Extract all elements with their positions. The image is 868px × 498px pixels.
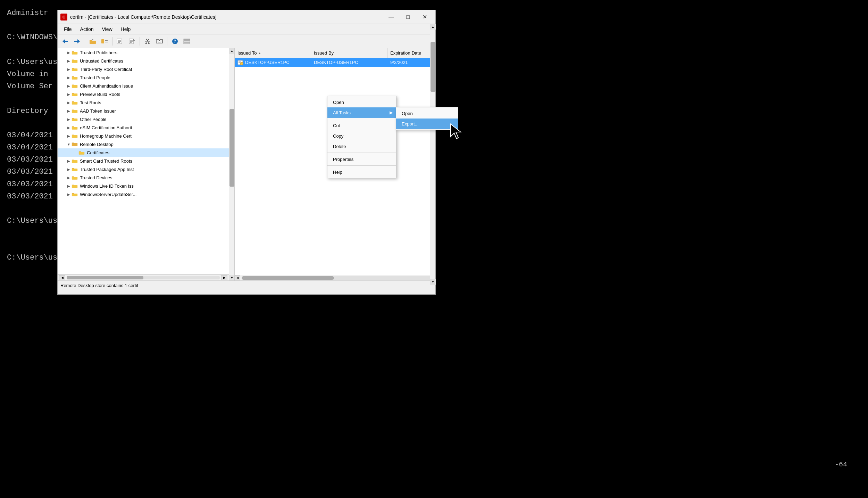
import-button[interactable] xyxy=(154,36,165,46)
issued-by-value: DESKTOP-USER1PC xyxy=(314,60,358,65)
tree-item-client-auth[interactable]: ▶ Client Authentication Issue xyxy=(58,82,234,90)
window-right-scrollbar[interactable]: ▲ ▼ xyxy=(430,24,435,285)
ctx-copy[interactable]: Copy xyxy=(327,131,396,141)
ctx-delete[interactable]: Delete xyxy=(327,141,396,152)
tree-item-remote-desktop[interactable]: ▼ Remote Desktop xyxy=(58,140,234,148)
toolbar-separator-2 xyxy=(112,37,112,46)
submenu-export[interactable]: Export... xyxy=(396,119,458,129)
submenu-label: Open xyxy=(402,111,413,116)
svg-rect-7 xyxy=(101,39,104,43)
app-icon: C xyxy=(60,14,67,21)
svg-rect-37 xyxy=(72,93,77,96)
tree-item-other-people[interactable]: ▶ Other People xyxy=(58,115,234,123)
scroll-left-button[interactable]: ◀ xyxy=(235,275,240,281)
tree-label: Smart Card Trusted Roots xyxy=(80,158,132,164)
horizontal-scrollbar[interactable]: ◀ ▶ xyxy=(235,275,435,280)
menu-file[interactable]: File xyxy=(60,25,75,33)
col-label: Expiration Date xyxy=(390,50,421,56)
svg-marker-6 xyxy=(92,39,94,40)
tree-item-esim[interactable]: ▶ eSIM Certification Authorit xyxy=(58,123,234,132)
maximize-button[interactable]: □ xyxy=(400,11,416,23)
folder-icon xyxy=(72,91,78,97)
tree-item-untrusted[interactable]: ▶ Untrusted Certificates xyxy=(58,57,234,65)
tree-label: Client Authentication Issue xyxy=(80,83,133,89)
minimize-button[interactable]: — xyxy=(383,11,399,23)
expand-arrow: ▶ xyxy=(66,50,72,55)
tree-item-trusted-people[interactable]: ▶ Trusted People xyxy=(58,73,234,82)
back-button[interactable] xyxy=(60,36,71,46)
svg-rect-36 xyxy=(72,85,77,88)
svg-rect-53 xyxy=(239,62,241,63)
menu-action[interactable]: Action xyxy=(77,25,97,33)
cut-button[interactable] xyxy=(142,36,153,46)
expand-arrow: ▶ xyxy=(66,66,72,72)
table-row[interactable]: DESKTOP-USER1PC DESKTOP-USER1PC 9/2/2021… xyxy=(235,58,435,67)
show-scope-button[interactable] xyxy=(99,36,110,46)
menu-view[interactable]: View xyxy=(98,25,116,33)
tree-item-aad-token[interactable]: ▶ AAD Token Issuer xyxy=(58,107,234,115)
properties-button[interactable] xyxy=(126,36,137,46)
tree-item-homegroup[interactable]: ▶ Homegroup Machine Cert xyxy=(58,132,234,140)
tree-scrollbar[interactable]: ▲ ▼ xyxy=(229,48,234,280)
svg-rect-43 xyxy=(72,143,77,146)
tree-item-windows-server[interactable]: ▶ WindowsServerUpdateSer... xyxy=(58,190,234,198)
tree-item-preview-build[interactable]: ▶ Preview Build Roots xyxy=(58,90,234,98)
svg-rect-11 xyxy=(118,40,121,41)
tree-left-button[interactable]: ◀ xyxy=(59,275,65,280)
col-header-issued-to[interactable]: Issued To ▲ xyxy=(235,48,311,58)
expand-arrow: ▶ xyxy=(66,183,72,189)
h-scroll-track[interactable] xyxy=(242,276,435,280)
close-button[interactable]: ✕ xyxy=(417,11,433,23)
menu-help[interactable]: Help xyxy=(117,25,134,33)
tree-item-trusted-devices[interactable]: ▶ Trusted Devices xyxy=(58,173,234,182)
col-header-issued-by[interactable]: Issued By xyxy=(311,48,387,58)
win-scroll-down[interactable]: ▼ xyxy=(430,279,436,285)
tree-right-button[interactable]: ▶ xyxy=(221,275,227,280)
scroll-track[interactable] xyxy=(229,54,234,275)
tree-item-trusted-publishers[interactable]: ▶ Trusted Publishers xyxy=(58,48,234,57)
forward-button[interactable] xyxy=(72,36,83,46)
win-scroll-up[interactable]: ▲ xyxy=(430,24,436,30)
issued-to-value: DESKTOP-USER1PC xyxy=(245,60,290,65)
svg-text:?: ? xyxy=(174,39,176,44)
svg-rect-49 xyxy=(72,194,77,196)
scroll-thumb xyxy=(229,109,234,187)
scroll-up-button[interactable]: ▲ xyxy=(229,48,235,54)
expand-arrow xyxy=(73,150,78,155)
folder-icon xyxy=(72,191,78,197)
tree-item-trusted-packaged[interactable]: ▶ Trusted Packaged App Inst xyxy=(58,165,234,173)
ctx-properties[interactable]: Properties xyxy=(327,154,396,164)
svg-rect-9 xyxy=(105,42,108,42)
submenu-arrow: ▶ xyxy=(390,110,393,115)
tree-item-third-party[interactable]: ▶ Third-Party Root Certificat xyxy=(58,65,234,73)
tree-label: Third-Party Root Certificat xyxy=(80,67,132,72)
tree-label: Certificates xyxy=(87,150,109,155)
svg-rect-41 xyxy=(72,127,77,129)
title-bar: C certlm - [Certificates - Local Compute… xyxy=(58,10,435,24)
tree-label: WindowsServerUpdateSer... xyxy=(80,192,136,197)
ctx-open[interactable]: Open xyxy=(327,97,396,107)
tree-item-smart-card[interactable]: ▶ Smart Card Trusted Roots xyxy=(58,157,234,165)
expand-arrow: ▶ xyxy=(66,158,72,164)
col-header-expiration[interactable]: Expiration Date xyxy=(387,48,435,58)
tree-scroll-track-h[interactable] xyxy=(67,276,220,279)
ctx-all-tasks[interactable]: All Tasks ▶ xyxy=(327,107,396,118)
folder-up-button[interactable] xyxy=(87,36,98,46)
svg-rect-33 xyxy=(72,60,77,63)
scroll-down-button[interactable]: ▼ xyxy=(229,275,235,280)
details-button[interactable] xyxy=(181,36,192,46)
ctx-help[interactable]: Help xyxy=(327,167,396,177)
submenu-open[interactable]: Open xyxy=(396,108,458,119)
submenu-label: Export... xyxy=(402,121,418,126)
tree-item-windows-live[interactable]: ▶ Windows Live ID Token Iss xyxy=(58,182,234,190)
tree-item-test-roots[interactable]: ▶ Test Roots xyxy=(58,98,234,107)
col-label: Issued To xyxy=(237,50,257,56)
help-button[interactable]: ? xyxy=(169,36,181,46)
tree-item-certificates[interactable]: Certificates xyxy=(58,148,234,157)
svg-marker-0 xyxy=(62,39,65,43)
ctx-cut[interactable]: Cut xyxy=(327,120,396,131)
svg-point-51 xyxy=(240,62,243,65)
menu-bar: File Action View Help xyxy=(58,24,435,34)
export-list-button[interactable] xyxy=(115,36,126,46)
tree-label: Preview Build Roots xyxy=(80,92,120,97)
